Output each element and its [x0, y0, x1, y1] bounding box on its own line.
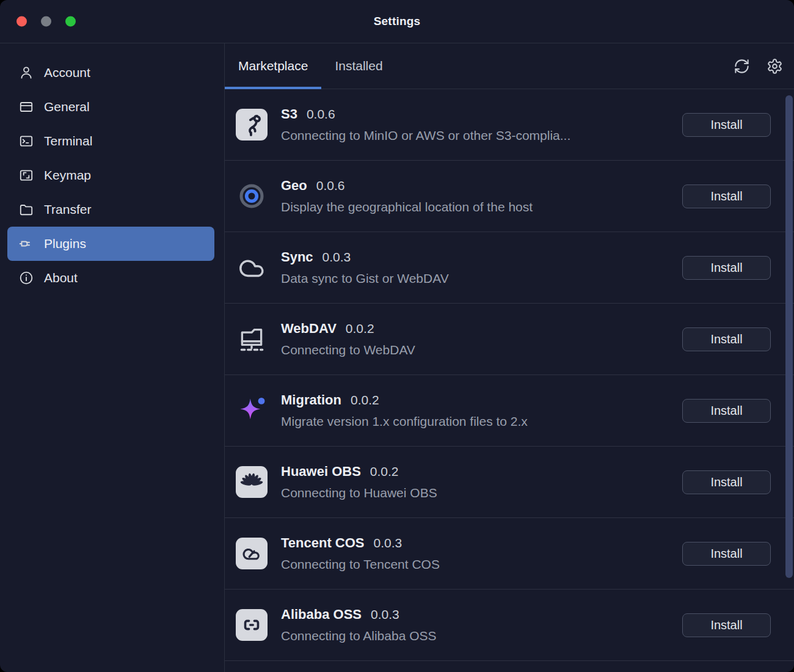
plugin-description: Connecting to WebDAV: [281, 343, 682, 357]
titlebar: Settings: [0, 0, 794, 43]
plugin-version: 0.0.2: [351, 393, 379, 407]
plugin-version: 0.0.3: [322, 250, 351, 264]
plugin-version: 0.0.2: [370, 464, 399, 478]
plugin-row: Geo0.0.6 Display the geographical locati…: [225, 161, 794, 232]
monitor-folder-icon: [236, 323, 268, 355]
sidebar-item-general[interactable]: General: [7, 90, 214, 124]
plugin-row: S30.0.6 Connecting to MinIO or AWS or ot…: [225, 89, 794, 161]
keymap-icon: [18, 167, 34, 183]
plug-icon: [18, 236, 34, 252]
main-panel: MarketplaceInstalled: [225, 43, 794, 672]
plugin-version: 0.0.2: [346, 321, 374, 335]
plugin-name: WebDAV: [281, 321, 337, 336]
plugin-name: Tencent COS: [281, 535, 365, 550]
plugin-version: 0.0.6: [316, 178, 345, 192]
close-button[interactable]: [16, 16, 27, 27]
plugin-row: Tencent COS0.0.3 Connecting to Tencent C…: [225, 518, 794, 590]
plugin-description: Connecting to Tencent COS: [281, 557, 682, 572]
sidebar-item-terminal[interactable]: Terminal: [7, 124, 214, 158]
sidebar: AccountGeneralTerminalKeymapTransferPlug…: [0, 43, 225, 672]
plugin-name: Huawei OBS: [281, 464, 361, 479]
sidebar-item-label: Transfer: [44, 202, 91, 217]
tab-marketplace[interactable]: Marketplace: [225, 43, 321, 89]
sidebar-item-label: Terminal: [44, 134, 92, 148]
info-icon: [18, 270, 34, 286]
huawei-flower-icon: [236, 466, 268, 498]
plugin-version: 0.0.6: [307, 107, 335, 121]
sidebar-item-label: General: [44, 100, 90, 114]
plugin-name: Alibaba OSS: [281, 607, 362, 622]
plugin-row: Sync0.0.3 Data sync to Gist or WebDAV In…: [225, 232, 794, 304]
zoom-button[interactable]: [65, 16, 76, 27]
install-button[interactable]: Install: [682, 542, 771, 566]
plugin-description: Data sync to Gist or WebDAV: [281, 271, 682, 286]
window-title: Settings: [374, 15, 421, 28]
install-button[interactable]: Install: [682, 470, 771, 494]
plugin-description: Connecting to Huawei OBS: [281, 486, 682, 500]
plugin-version: 0.0.3: [374, 536, 402, 550]
plugin-description: Migrate version 1.x configuration files …: [281, 414, 682, 429]
window-icon: [18, 99, 34, 115]
install-button[interactable]: Install: [682, 256, 771, 280]
sidebar-item-label: Plugins: [44, 236, 86, 251]
plugin-row: Alibaba OSS0.0.3 Connecting to Alibaba O…: [225, 590, 794, 661]
alibaba-brackets-icon: [236, 609, 268, 641]
terminal-icon: [18, 133, 34, 149]
sidebar-item-about[interactable]: About: [7, 261, 214, 295]
plugin-name: Sync: [281, 249, 313, 265]
refresh-icon[interactable]: [734, 58, 750, 75]
sidebar-list: AccountGeneralTerminalKeymapTransferPlug…: [0, 56, 224, 295]
s3-bird-icon: [236, 109, 268, 141]
plugin-row: Huawei OBS0.0.2 Connecting to Huawei OBS…: [225, 447, 794, 518]
sidebar-item-label: Keymap: [44, 168, 91, 183]
sidebar-item-label: Account: [44, 65, 90, 80]
scrollbar-thumb[interactable]: [785, 95, 793, 578]
window-content: AccountGeneralTerminalKeymapTransferPlug…: [0, 43, 794, 672]
plugin-row: Migration0.0.2 Migrate version 1.x confi…: [225, 375, 794, 447]
sidebar-item-keymap[interactable]: Keymap: [7, 158, 214, 192]
tencent-cloud-icon: [236, 538, 268, 569]
cloud-icon: [236, 252, 268, 283]
install-button[interactable]: Install: [682, 399, 771, 423]
geo-target-icon: [236, 180, 268, 212]
sidebar-item-transfer[interactable]: Transfer: [7, 192, 214, 227]
install-button[interactable]: Install: [682, 184, 771, 208]
tabs: MarketplaceInstalled: [225, 43, 396, 89]
settings-window: Settings AccountGeneralTerminalKeymapTra…: [0, 0, 794, 672]
tabs-bar: MarketplaceInstalled: [225, 43, 794, 89]
install-button[interactable]: Install: [682, 327, 771, 351]
plugin-name: S3: [281, 106, 297, 122]
user-icon: [18, 65, 34, 81]
tab-installed[interactable]: Installed: [321, 43, 396, 89]
plugin-row: WebDAV0.0.2 Connecting to WebDAV Install: [225, 304, 794, 375]
plugin-description: Display the geographical location of the…: [281, 200, 682, 214]
sidebar-item-plugins[interactable]: Plugins: [7, 227, 214, 261]
plugin-version: 0.0.3: [371, 607, 399, 621]
plugin-description: Connecting to MinIO or AWS or other S3-c…: [281, 128, 682, 143]
install-button[interactable]: Install: [682, 613, 771, 637]
gear-icon[interactable]: [767, 58, 783, 75]
plugin-description: Connecting to Alibaba OSS: [281, 629, 682, 643]
install-button[interactable]: Install: [682, 113, 771, 137]
folder-icon: [18, 202, 34, 217]
sparkle-icon: [236, 395, 268, 426]
plugin-name: Migration: [281, 392, 341, 407]
plugin-list: S30.0.6 Connecting to MinIO or AWS or ot…: [225, 89, 794, 672]
toolbar: [734, 43, 783, 89]
traffic-lights: [16, 16, 76, 27]
sidebar-item-account[interactable]: Account: [7, 56, 214, 90]
plugin-name: Geo: [281, 178, 307, 193]
sidebar-item-label: About: [44, 271, 78, 285]
minimize-button[interactable]: [41, 16, 51, 27]
